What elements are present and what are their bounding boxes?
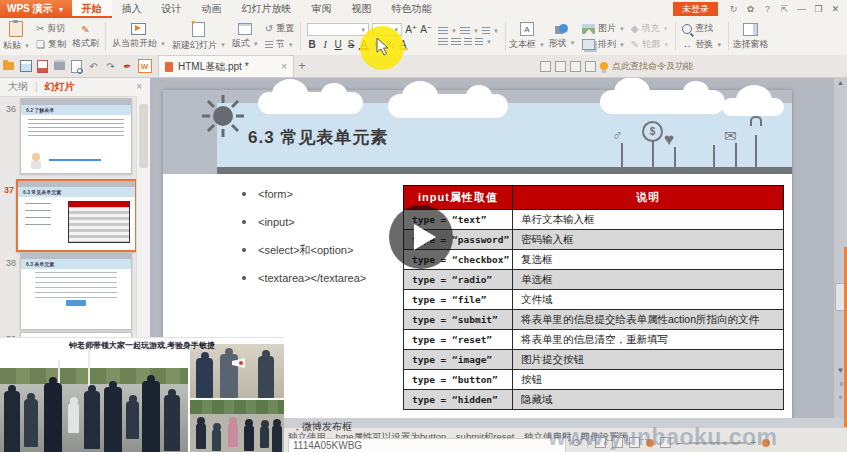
underline-button[interactable]: U: [333, 39, 343, 50]
fill-icon: ◆: [631, 24, 639, 34]
redo-button[interactable]: ↷: [103, 59, 118, 74]
strikethrough-button[interactable]: S: [346, 39, 356, 50]
app-menu-button[interactable]: WPS 演示 ▼: [0, 0, 72, 18]
close-panel-icon[interactable]: ×: [136, 81, 142, 92]
new-document-tab-button[interactable]: +: [294, 59, 310, 73]
mini-tool-icon-3[interactable]: [570, 61, 581, 72]
document-tab[interactable]: HTML基础.ppt * ×: [158, 55, 294, 77]
tab-outline[interactable]: 大纲: [8, 80, 28, 94]
section-button[interactable]: 节▼: [265, 38, 294, 51]
align-right-icon[interactable]: [464, 38, 472, 46]
export-pdf-button[interactable]: [35, 59, 50, 74]
slide-thumbnail-36[interactable]: 6.2 了解表单: [20, 98, 132, 174]
envelope-icon: ✉: [724, 127, 737, 145]
open-file-button[interactable]: [1, 59, 16, 74]
dollar-sign-icon: $: [642, 121, 663, 142]
video-inset[interactable]: 钟老师带领大家一起玩游戏,考验身手敏捷: [0, 337, 284, 452]
restore-button[interactable]: ❐: [811, 3, 826, 16]
menu-tab-特色功能[interactable]: 特色功能: [382, 0, 442, 18]
new-slide-button[interactable]: 新建幻灯片▼: [169, 18, 229, 55]
update-icon[interactable]: ↻: [726, 3, 741, 16]
print-preview-button[interactable]: [69, 59, 84, 74]
help-icon[interactable]: ?: [760, 3, 775, 16]
command-search-hint[interactable]: 点此查找命令及功能: [612, 60, 693, 73]
table-cell-desc: 文件域: [513, 290, 784, 310]
panel-divider: |: [35, 81, 38, 92]
search-icon: [682, 24, 692, 34]
sun-icon: [200, 93, 246, 139]
mini-tool-icon-4[interactable]: [585, 61, 596, 72]
save-button[interactable]: [18, 59, 33, 74]
paste-button[interactable]: 粘贴▼: [0, 18, 33, 55]
menu-tab-开始[interactable]: 开始: [72, 0, 112, 18]
justify-icon[interactable]: [475, 38, 483, 46]
chevron-down-icon: ▼: [58, 6, 65, 13]
fill-button[interactable]: ◆填充▼: [631, 22, 669, 35]
play-from-current-button[interactable]: 从当前开始▼: [109, 18, 169, 55]
menu-tab-设计[interactable]: 设计: [152, 0, 192, 18]
italic-button[interactable]: I: [320, 39, 330, 50]
undo-button[interactable]: ↶: [86, 59, 101, 74]
print-button[interactable]: [52, 59, 67, 74]
font-name-select[interactable]: ▼: [307, 23, 369, 36]
bullet-list-icon[interactable]: [438, 27, 448, 35]
mini-tool-icon-2[interactable]: [555, 61, 566, 72]
clipboard-icon: [9, 21, 23, 37]
layout-button[interactable]: 版式▼: [229, 18, 262, 55]
menu-tab-动画[interactable]: 动画: [192, 0, 232, 18]
sign-pole: [735, 143, 737, 167]
mini-tool-icon-1[interactable]: [540, 61, 551, 72]
minimize-button[interactable]: —: [794, 3, 809, 16]
align-left-icon[interactable]: [438, 38, 448, 46]
marker-pen-button[interactable]: ✒: [120, 59, 135, 74]
reset-button[interactable]: ↺重置: [265, 22, 294, 35]
shapes-button[interactable]: 形状▼: [545, 18, 579, 55]
table-cell-attr: type = “submit”: [404, 310, 513, 330]
table-cell-desc: 单行文本输入框: [513, 210, 784, 230]
outline-button[interactable]: ✎轮廓▼: [631, 38, 669, 51]
menu-tab-幻灯片放映[interactable]: 幻灯片放映: [232, 0, 302, 18]
selection-pane-button[interactable]: 选择窗格: [732, 18, 768, 55]
save-icon: [20, 60, 32, 72]
menu-tab-审阅[interactable]: 审阅: [302, 0, 342, 18]
skin-icon[interactable]: ✿: [743, 3, 758, 16]
arrange-button[interactable]: 排列▼: [582, 38, 625, 51]
close-button[interactable]: ✕: [828, 3, 843, 16]
doc-id-field[interactable]: 1114A05KWBG: [288, 438, 566, 452]
replace-button[interactable]: ↔替换▼: [682, 38, 722, 51]
cut-button[interactable]: ✂剪切: [36, 22, 66, 35]
login-button[interactable]: 未登录: [673, 2, 718, 16]
wps-docer-icon: W: [138, 59, 152, 73]
cartoon-figure-icon: [31, 153, 41, 169]
copy-button[interactable]: ❏复制: [36, 38, 66, 51]
photo-megaphone: [190, 344, 284, 398]
slide-thumbnail-38[interactable]: 6.3 表单元素: [20, 252, 132, 330]
print-preview-icon: [71, 60, 82, 73]
document-tab-label: HTML基础.ppt *: [178, 60, 249, 74]
format-painter-button[interactable]: ✎ 格式刷: [69, 18, 102, 55]
section-icon: [265, 41, 273, 49]
grow-font-button[interactable]: A⁺: [405, 24, 417, 35]
line-spacing-icon[interactable]: [482, 27, 490, 35]
align-center-icon[interactable]: [451, 38, 461, 46]
slide-thumbnail-37-selected[interactable]: 6.3 常见表单元素: [16, 179, 137, 252]
numbered-list-icon[interactable]: [460, 27, 470, 35]
slide-road-decoration: [217, 167, 792, 174]
docer-button[interactable]: W: [137, 59, 152, 74]
menu-tab-视图[interactable]: 视图: [342, 0, 382, 18]
textbox-button[interactable]: A 文本框▼: [509, 18, 545, 55]
slide-title[interactable]: 6.3 常见表单元素: [248, 126, 388, 149]
bold-button[interactable]: B: [307, 39, 317, 50]
close-document-icon[interactable]: ×: [281, 61, 287, 72]
table-row: type = “radio”单选框: [404, 270, 784, 290]
sign-pole: [755, 135, 757, 167]
find-button[interactable]: 查找: [682, 22, 722, 35]
video-play-button[interactable]: [389, 205, 453, 269]
tab-slides[interactable]: 幻灯片: [45, 80, 75, 94]
menu-tab-插入[interactable]: 插入: [112, 0, 152, 18]
shrink-font-button[interactable]: A⁻: [420, 24, 432, 35]
scroll-up-icon[interactable]: ▲: [834, 79, 847, 86]
picture-button[interactable]: 图片▼: [582, 22, 625, 35]
person-silhouette: [272, 425, 282, 452]
hide-ribbon-icon[interactable]: ⇱: [777, 3, 792, 16]
